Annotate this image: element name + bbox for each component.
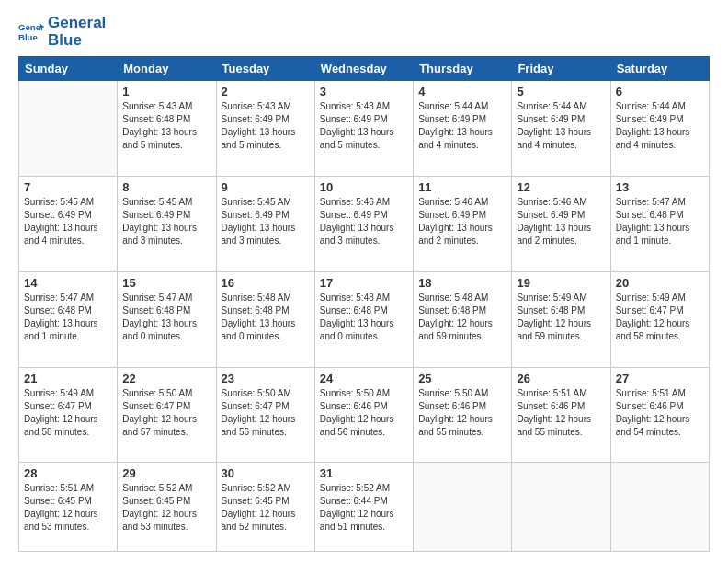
day-info: Sunrise: 5:46 AM Sunset: 6:49 PM Dayligh… [517,196,605,247]
day-info: Sunrise: 5:46 AM Sunset: 6:49 PM Dayligh… [418,196,506,247]
calendar-cell: 14Sunrise: 5:47 AM Sunset: 6:48 PM Dayli… [19,271,118,367]
day-info: Sunrise: 5:49 AM Sunset: 6:47 PM Dayligh… [24,387,112,439]
logo-icon: General Blue [18,19,44,45]
day-number: 18 [418,276,506,290]
day-info: Sunrise: 5:49 AM Sunset: 6:48 PM Dayligh… [517,292,605,343]
day-number: 15 [122,276,210,290]
day-number: 30 [222,466,310,480]
day-info: Sunrise: 5:44 AM Sunset: 6:49 PM Dayligh… [616,100,704,152]
day-number: 5 [517,85,605,98]
day-info: Sunrise: 5:43 AM Sunset: 6:49 PM Dayligh… [320,100,408,152]
calendar-col-wednesday: Wednesday [314,57,413,81]
calendar-cell: 12Sunrise: 5:46 AM Sunset: 6:49 PM Dayli… [512,177,610,272]
calendar-cell: 28Sunrise: 5:51 AM Sunset: 6:45 PM Dayli… [19,463,118,552]
calendar-cell: 19Sunrise: 5:49 AM Sunset: 6:48 PM Dayli… [512,271,610,367]
day-number: 2 [222,85,310,98]
calendar-cell: 21Sunrise: 5:49 AM Sunset: 6:47 PM Dayli… [19,367,118,463]
day-info: Sunrise: 5:50 AM Sunset: 6:47 PM Dayligh… [122,387,210,439]
day-number: 28 [24,466,112,480]
day-info: Sunrise: 5:48 AM Sunset: 6:48 PM Dayligh… [418,292,506,343]
day-info: Sunrise: 5:47 AM Sunset: 6:48 PM Dayligh… [24,292,112,343]
week-row-3: 14Sunrise: 5:47 AM Sunset: 6:48 PM Dayli… [19,271,710,367]
day-info: Sunrise: 5:44 AM Sunset: 6:49 PM Dayligh… [418,100,506,152]
calendar-cell: 17Sunrise: 5:48 AM Sunset: 6:48 PM Dayli… [314,271,413,367]
day-info: Sunrise: 5:45 AM Sunset: 6:49 PM Dayligh… [24,196,112,247]
day-number: 25 [418,372,506,385]
day-number: 14 [24,276,112,290]
week-row-5: 28Sunrise: 5:51 AM Sunset: 6:45 PM Dayli… [19,463,710,552]
week-row-2: 7Sunrise: 5:45 AM Sunset: 6:49 PM Daylig… [19,177,710,272]
day-number: 3 [320,85,408,98]
logo: General Blue GeneralBlue [18,15,106,49]
day-info: Sunrise: 5:47 AM Sunset: 6:48 PM Dayligh… [616,196,704,247]
day-info: Sunrise: 5:46 AM Sunset: 6:49 PM Dayligh… [320,196,408,247]
day-info: Sunrise: 5:50 AM Sunset: 6:47 PM Dayligh… [222,387,310,439]
day-info: Sunrise: 5:44 AM Sunset: 6:49 PM Dayligh… [517,100,605,152]
day-info: Sunrise: 5:51 AM Sunset: 6:46 PM Dayligh… [616,387,704,439]
day-number: 12 [517,180,605,194]
day-number: 6 [616,85,704,98]
day-info: Sunrise: 5:51 AM Sunset: 6:46 PM Dayligh… [517,387,605,439]
day-number: 24 [320,372,408,385]
day-number: 4 [418,85,506,98]
calendar-cell: 7Sunrise: 5:45 AM Sunset: 6:49 PM Daylig… [19,177,118,272]
calendar-cell: 24Sunrise: 5:50 AM Sunset: 6:46 PM Dayli… [314,367,413,463]
day-number: 19 [517,276,605,290]
calendar-cell: 13Sunrise: 5:47 AM Sunset: 6:48 PM Dayli… [610,177,709,272]
page: General Blue GeneralBlue SundayMondayTue… [0,0,728,563]
calendar-cell: 5Sunrise: 5:44 AM Sunset: 6:49 PM Daylig… [512,81,610,177]
day-number: 20 [616,276,704,290]
day-info: Sunrise: 5:52 AM Sunset: 6:45 PM Dayligh… [222,482,310,534]
calendar-cell: 10Sunrise: 5:46 AM Sunset: 6:49 PM Dayli… [314,177,413,272]
day-number: 17 [320,276,408,290]
calendar-cell: 9Sunrise: 5:45 AM Sunset: 6:49 PM Daylig… [216,177,314,272]
week-row-1: 1Sunrise: 5:43 AM Sunset: 6:48 PM Daylig… [19,81,710,177]
calendar-cell: 25Sunrise: 5:50 AM Sunset: 6:46 PM Dayli… [414,367,512,463]
day-number: 1 [122,85,210,98]
calendar-cell: 8Sunrise: 5:45 AM Sunset: 6:49 PM Daylig… [118,177,216,272]
day-info: Sunrise: 5:45 AM Sunset: 6:49 PM Dayligh… [222,196,310,247]
calendar-cell: 3Sunrise: 5:43 AM Sunset: 6:49 PM Daylig… [314,81,413,177]
day-info: Sunrise: 5:45 AM Sunset: 6:49 PM Dayligh… [122,196,210,247]
calendar-col-friday: Friday [512,57,610,81]
day-number: 16 [222,276,310,290]
calendar-cell [19,81,118,177]
calendar-col-tuesday: Tuesday [216,57,314,81]
day-number: 31 [320,466,408,480]
calendar-col-monday: Monday [118,57,216,81]
calendar-col-thursday: Thursday [414,57,512,81]
day-info: Sunrise: 5:50 AM Sunset: 6:46 PM Dayligh… [418,387,506,439]
week-row-4: 21Sunrise: 5:49 AM Sunset: 6:47 PM Dayli… [19,367,710,463]
calendar-cell [414,463,512,552]
calendar-cell: 26Sunrise: 5:51 AM Sunset: 6:46 PM Dayli… [512,367,610,463]
calendar-cell: 31Sunrise: 5:52 AM Sunset: 6:44 PM Dayli… [314,463,413,552]
day-info: Sunrise: 5:43 AM Sunset: 6:48 PM Dayligh… [122,100,210,152]
calendar-col-saturday: Saturday [610,57,709,81]
day-number: 29 [122,466,210,480]
calendar-cell: 20Sunrise: 5:49 AM Sunset: 6:47 PM Dayli… [610,271,709,367]
day-number: 10 [320,180,408,194]
day-info: Sunrise: 5:48 AM Sunset: 6:48 PM Dayligh… [222,292,310,343]
calendar-cell: 29Sunrise: 5:52 AM Sunset: 6:45 PM Dayli… [118,463,216,552]
day-info: Sunrise: 5:43 AM Sunset: 6:49 PM Dayligh… [222,100,310,152]
day-number: 9 [222,180,310,194]
day-number: 8 [122,180,210,194]
day-number: 11 [418,180,506,194]
calendar-cell: 30Sunrise: 5:52 AM Sunset: 6:45 PM Dayli… [216,463,314,552]
calendar-cell: 16Sunrise: 5:48 AM Sunset: 6:48 PM Dayli… [216,271,314,367]
day-number: 7 [24,180,112,194]
day-number: 27 [616,372,704,385]
calendar-cell [610,463,709,552]
day-info: Sunrise: 5:52 AM Sunset: 6:45 PM Dayligh… [122,482,210,534]
day-number: 22 [122,372,210,385]
calendar-cell: 22Sunrise: 5:50 AM Sunset: 6:47 PM Dayli… [118,367,216,463]
calendar-cell: 6Sunrise: 5:44 AM Sunset: 6:49 PM Daylig… [610,81,709,177]
calendar-cell: 23Sunrise: 5:50 AM Sunset: 6:47 PM Dayli… [216,367,314,463]
calendar-cell: 15Sunrise: 5:47 AM Sunset: 6:48 PM Dayli… [118,271,216,367]
calendar-cell: 27Sunrise: 5:51 AM Sunset: 6:46 PM Dayli… [610,367,709,463]
svg-text:Blue: Blue [18,31,38,41]
calendar-header-row: SundayMondayTuesdayWednesdayThursdayFrid… [19,57,710,81]
calendar-cell [512,463,610,552]
calendar-cell: 18Sunrise: 5:48 AM Sunset: 6:48 PM Dayli… [414,271,512,367]
calendar-cell: 1Sunrise: 5:43 AM Sunset: 6:48 PM Daylig… [118,81,216,177]
